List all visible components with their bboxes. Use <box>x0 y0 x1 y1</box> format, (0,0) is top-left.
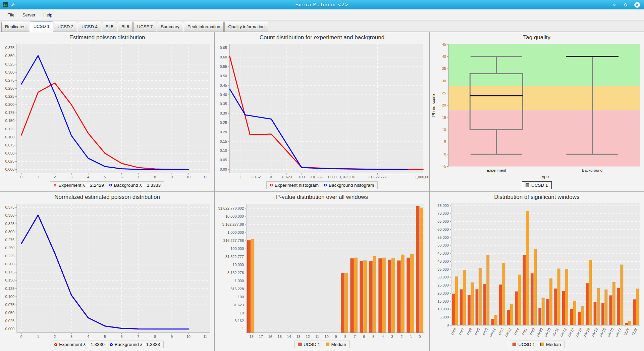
menubar: FileServerHelp <box>0 9 644 20</box>
circle-marker-icon <box>54 184 56 186</box>
legend-label: UCSD 1 <box>531 183 548 188</box>
svg-text:chr11: chr11 <box>551 327 559 337</box>
svg-text:chr14: chr14 <box>590 327 598 337</box>
svg-text:1: 1 <box>240 175 242 179</box>
tab-peak-information[interactable]: Peak information <box>184 22 224 32</box>
app-icon <box>3 2 8 7</box>
svg-text:3: 3 <box>70 175 72 179</box>
svg-text:chr13: chr13 <box>567 327 575 337</box>
svg-text:11: 11 <box>203 334 207 338</box>
legend-item: Background λ = 1.3333 <box>109 183 161 188</box>
titlebar: Sierra Platinum <2> ✕ <box>0 0 644 9</box>
significant-windows-chart: 05,00010,00015,00020,00025,00030,00035,0… <box>430 201 644 341</box>
legend-label: UCSD 1 <box>518 342 535 347</box>
tab-replicates[interactable]: Replicates <box>1 22 29 32</box>
legend-box: Experiment λ = 2.2429Background λ = 1.33… <box>50 181 164 189</box>
menu-server[interactable]: Server <box>18 10 39 19</box>
svg-text:4: 4 <box>87 334 89 338</box>
legend-label: Experiment λ = 2.2429 <box>58 183 104 188</box>
tab-quality-information[interactable]: Quality information <box>224 22 268 32</box>
svg-text:-16: -16 <box>267 334 272 338</box>
svg-text:-3: -3 <box>390 334 393 338</box>
chevron-down-icon <box>612 3 616 7</box>
svg-text:20,000: 20,000 <box>437 291 449 295</box>
legend-item: Experiment histogram <box>270 183 319 188</box>
svg-text:0.00: 0.00 <box>220 167 227 171</box>
svg-text:31,622,776.602: 31,622,776.602 <box>218 206 244 210</box>
svg-text:0.375: 0.375 <box>5 205 14 209</box>
legend-item: UCSD 1 <box>298 342 320 347</box>
svg-text:40: 40 <box>442 54 446 58</box>
svg-text:chr9: chr9 <box>450 327 457 336</box>
tab-ucsd-1[interactable]: UCSD 1 <box>30 21 53 32</box>
svg-text:60,000: 60,000 <box>437 227 449 231</box>
svg-text:7: 7 <box>137 175 139 179</box>
svg-text:25: 25 <box>442 91 446 95</box>
close-button[interactable]: ✕ <box>634 2 640 8</box>
tab-ucsd-2[interactable]: UCSD 2 <box>54 22 77 32</box>
circle-marker-icon <box>110 343 113 346</box>
svg-text:0.225: 0.225 <box>5 94 14 98</box>
svg-text:0.150: 0.150 <box>5 278 14 282</box>
svg-text:chr21: chr21 <box>488 327 496 337</box>
square-marker-icon <box>526 183 529 187</box>
svg-text:chrX: chrX <box>631 327 638 336</box>
svg-text:-6: -6 <box>362 334 365 338</box>
svg-text:10: 10 <box>442 128 446 132</box>
tab-bi-6[interactable]: BI 6 <box>118 22 133 32</box>
svg-text:5: 5 <box>104 175 106 179</box>
svg-text:0.10: 0.10 <box>220 148 227 152</box>
svg-text:-13: -13 <box>295 334 301 338</box>
svg-text:0.150: 0.150 <box>5 119 14 123</box>
chart-panel-normalized-poisson: Normalized estimated poisson distributio… <box>0 192 214 351</box>
legend-label: Background λ= 1.3333 <box>115 342 160 347</box>
svg-text:31.623: 31.623 <box>281 175 292 179</box>
svg-text:1,000,000: 1,000,000 <box>227 230 244 234</box>
tab-ucsf-7[interactable]: UCSF 7 <box>133 22 156 32</box>
svg-text:15,000: 15,000 <box>437 299 449 303</box>
svg-text:0.175: 0.175 <box>5 270 14 274</box>
svg-text:chr17: chr17 <box>614 327 622 337</box>
svg-text:chr6: chr6 <box>481 327 488 336</box>
maximize-button[interactable] <box>623 2 629 8</box>
svg-text:3,162.278: 3,162.278 <box>339 175 356 179</box>
legend-label: Experiment λ = 1.3330 <box>59 342 104 347</box>
pvalue-distribution-chart: 13.1621031.623100316.2281,0003,162.27810… <box>215 201 429 341</box>
svg-text:55,000: 55,000 <box>437 235 449 239</box>
svg-text:-5: -5 <box>371 334 375 338</box>
tab-bi-5[interactable]: BI 5 <box>102 22 117 32</box>
circle-marker-icon <box>324 184 327 186</box>
charts-grid: Estimated poisson distribution 0.0000.02… <box>0 32 644 351</box>
menu-file[interactable]: File <box>3 10 18 19</box>
svg-text:0.200: 0.200 <box>5 102 14 106</box>
menu-help[interactable]: Help <box>39 10 56 19</box>
svg-text:0.250: 0.250 <box>5 246 14 250</box>
chart-panel-estimated-poisson: Estimated poisson distribution 0.0000.02… <box>0 32 214 191</box>
svg-text:chr3: chr3 <box>497 327 504 336</box>
svg-text:10: 10 <box>240 311 244 315</box>
wrench-icon <box>10 2 15 7</box>
svg-text:1,000,000: 1,000,000 <box>415 175 429 179</box>
svg-text:65,000: 65,000 <box>437 219 449 223</box>
svg-text:0.30: 0.30 <box>220 111 227 115</box>
tab-summary[interactable]: Summary <box>157 22 183 32</box>
svg-text:1,000: 1,000 <box>235 278 244 282</box>
svg-text:-7: -7 <box>353 334 356 338</box>
chart-title: Estimated poisson distribution <box>0 34 214 42</box>
svg-text:0.175: 0.175 <box>5 111 14 115</box>
minimize-button[interactable] <box>611 2 617 8</box>
svg-text:-17: -17 <box>258 334 263 338</box>
tab-ucsd-4[interactable]: UCSD 4 <box>78 22 101 32</box>
svg-text:0.125: 0.125 <box>5 286 14 290</box>
svg-text:0.15: 0.15 <box>220 139 227 143</box>
chart-title: Distribution of significant windows <box>430 193 644 201</box>
legend-label: Experiment histogram <box>275 183 319 188</box>
svg-text:chr16: chr16 <box>606 327 614 337</box>
svg-text:chr12: chr12 <box>559 327 567 337</box>
svg-text:0.65: 0.65 <box>220 46 227 50</box>
svg-text:15: 15 <box>442 116 446 120</box>
legend-box: Experiment histogramBackground histogram <box>266 181 378 189</box>
svg-text:2: 2 <box>54 175 56 179</box>
circle-marker-icon <box>54 343 57 346</box>
svg-text:0.40: 0.40 <box>220 93 227 97</box>
